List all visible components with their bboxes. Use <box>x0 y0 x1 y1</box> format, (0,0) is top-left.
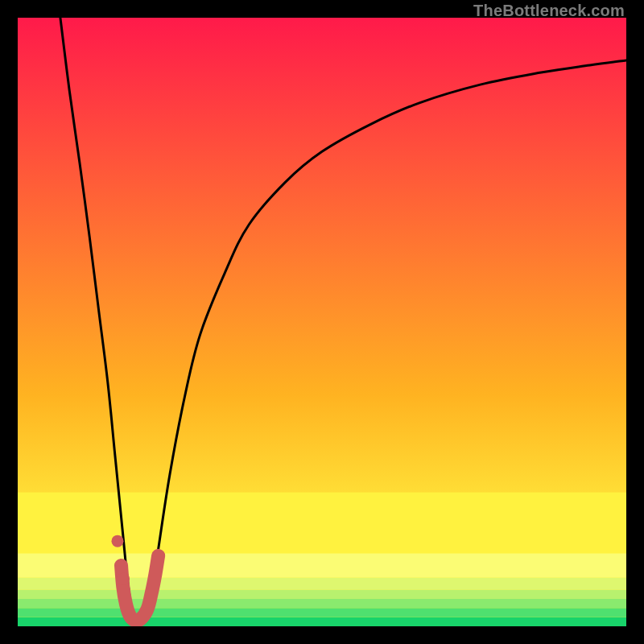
chart-svg <box>18 18 626 626</box>
bottom-color-bands <box>18 493 626 626</box>
plot-area <box>18 18 626 626</box>
band <box>18 493 626 554</box>
band <box>18 590 626 599</box>
dot-upper <box>111 535 123 547</box>
band <box>18 599 626 608</box>
dot-lower <box>118 573 130 585</box>
band <box>18 617 626 626</box>
outer-frame: TheBottleneck.com <box>0 0 644 644</box>
band <box>18 608 626 617</box>
band <box>18 578 626 590</box>
band <box>18 553 626 577</box>
